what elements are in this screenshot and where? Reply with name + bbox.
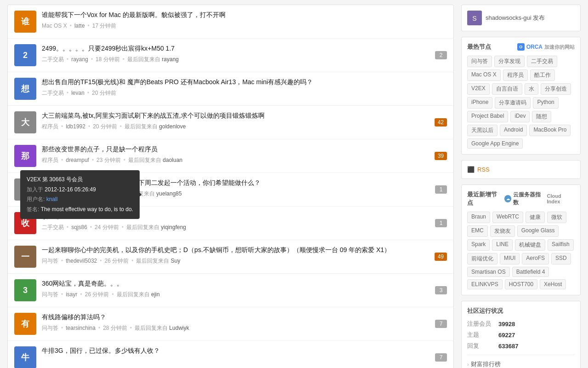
stat-topics: 主题 69227 [467,331,575,339]
hot-tag-pill[interactable]: 分享发现 [494,56,525,67]
hot-tag-pill[interactable]: 程序员 [503,69,528,81]
hot-tag-pill[interactable]: Google App Engine [467,138,523,149]
hot-tag-pill[interactable]: 分享创造 [541,83,571,95]
new-tag-pill[interactable]: Braun [467,212,490,223]
hot-tag-pill[interactable]: 天黑以后 [467,125,498,136]
post-avatar: 3 [14,279,36,301]
hot-nodes-title: 最热节点 [467,43,491,51]
rss-label: RSS [477,166,490,173]
post-title[interactable]: 360网站宝，真是奇葩。。。 [42,279,447,288]
hot-tag-pill[interactable]: Project Babel [467,111,508,122]
post-author[interactable]: thedevil5032 [66,258,97,264]
post-tag[interactable]: 问与答 [42,324,58,332]
new-tag-pill[interactable]: 机械键盘 [515,239,545,251]
hot-tag-pill[interactable]: 二手交易 [527,56,557,67]
post-title[interactable]: 大三前端菜鸟,被tx,阿里实习面试刷下来的战五渣,求个可以做的项目锻炼锻炼啊 [42,111,447,121]
rss-row[interactable]: ⬛ RSS [467,166,575,173]
post-last-reply: 最后回复来自 Suy [136,257,180,265]
post-tag[interactable]: 二手交易 [42,56,64,63]
post-author[interactable]: ldb1992 [66,123,85,130]
tooltip-username: 用户名: knall [27,195,133,205]
post-title[interactable]: 有线路偏移的算法吗？ [42,313,447,322]
hot-tag-pill[interactable]: V2EX [467,83,490,95]
hot-tag-pill[interactable]: iPhone [467,97,492,109]
post-title[interactable]: 牛排3G，国行，已过保。多少钱有人收？ [42,346,447,356]
post-tag[interactable]: 问与答 [42,291,58,299]
stat-members: 注册会员 39928 [467,320,575,328]
new-tag-pill[interactable]: LINE [492,239,513,251]
new-tag-pill[interactable]: ELINKVPS [467,279,503,289]
new-tag-pill[interactable]: 发烧友 [490,225,515,237]
post-reply-author[interactable]: ejin [151,291,160,298]
post-author[interactable]: levan [71,90,85,96]
new-tag-pill[interactable]: WebRTC [492,212,523,223]
post-title[interactable]: 2499。。。。。只要2499秒出宸得kx+M50 1.7 [42,44,447,53]
new-tag-pill[interactable]: Spark [467,239,490,251]
reply-count: 2 [435,51,447,59]
post-reply-author[interactable]: yuelang85 [156,190,181,197]
post-tag[interactable]: 二手交易 [42,224,64,231]
hot-tag-pill[interactable]: 分享邀请码 [495,97,531,109]
post-avatar: 一 [14,246,36,268]
new-tag-pill[interactable]: Battlefield 4 [512,267,549,277]
rss-box: ⬛ RSS [461,160,581,179]
orca-label[interactable]: ORCA [526,44,543,50]
post-item: 有 有线路偏移的算法吗？ 问与答•tearsinchina•28 分钟前•最后回… [8,307,453,341]
cloud-sub: Cloud Index [547,193,575,204]
post-author[interactable]: tearsinchina [66,325,96,331]
hot-tag-pill[interactable]: iDev [510,111,530,122]
post-reply-author[interactable]: goldenlove [159,123,186,130]
new-tag-pill[interactable]: EMC [467,225,488,237]
post-tag[interactable]: Mac OS X [42,23,67,29]
post-tag[interactable]: 问与答 [42,257,58,265]
post-item: 谁 谁能帮我下一个Vox for Mac 的最新版啊。貌似被强了，打不开啊 Ma… [8,5,453,39]
new-tag-pill[interactable]: Sailfish [548,239,574,251]
post-tag[interactable]: 程序员 [42,123,58,131]
hot-tag-pill[interactable]: MacBook Pro [529,125,571,136]
hot-tag-pill[interactable]: 随想 [532,111,551,122]
new-nodes-tags: BraunWebRTC健康微软EMC发烧友Google GlassSparkLI… [467,212,575,289]
hot-nodes-tags: 问与答分享发现二手交易Mac OS X程序员酷工作V2EX自言自语水分享创造iP… [467,56,575,149]
new-tag-pill[interactable]: 前端优化 [467,253,498,264]
hot-tag-pill[interactable]: 水 [525,83,538,95]
hot-tag-pill[interactable]: Mac OS X [467,69,501,81]
post-title[interactable]: 谁能帮我下一个Vox for Mac 的最新版啊。貌似被强了，打不开啊 [42,11,447,20]
hot-tag-pill[interactable]: Android [500,125,527,136]
post-tag[interactable]: 程序员 [42,156,58,164]
new-tag-pill[interactable]: 微软 [547,212,566,223]
tooltip-username-link[interactable]: knall [46,196,58,202]
post-content: 2499。。。。。只要2499秒出宸得kx+M50 1.7 二手交易•rayan… [42,44,447,63]
post-author[interactable]: rayang [71,56,88,63]
post-author[interactable]: sqjs86 [71,224,87,230]
new-tag-pill[interactable]: MIUI [500,253,520,264]
post-author[interactable]: latte [74,23,85,29]
reply-count: 39 [435,152,447,160]
new-tag-pill[interactable]: Google Glass [517,225,559,237]
new-tag-pill[interactable]: HOST700 [505,279,537,289]
post-reply-author[interactable]: rayang [162,56,179,63]
post-time: 20 分钟前 [92,89,116,97]
post-title[interactable]: 想出售自用的TF15(极光线)和 魔声的Beats PRO 还有Macbook … [42,78,447,87]
new-tag-pill[interactable]: SSD [551,253,571,264]
post-author[interactable]: dreampuf [66,157,89,163]
hot-tag-pill[interactable]: 酷工作 [530,69,555,81]
post-reply-author[interactable]: Ludwiyk [169,325,189,331]
post-last-reply: 最后回复来自 rayang [127,56,179,63]
post-content: 牛排3G，国行，已过保。多少钱有人收？ [42,346,447,358]
hot-tag-pill[interactable]: Python [533,97,558,109]
post-tag[interactable]: 二手交易 [42,89,64,97]
post-reply-author[interactable]: daoluan [163,157,182,163]
post-reply-author[interactable]: yiqingfeng [161,224,186,230]
post-title[interactable]: 一起来聊聊你心中的完美机，以及你的手机史吧；D（ps.不缺铜币，想听听大家的故事… [42,246,447,255]
new-tag-pill[interactable]: 健康 [526,212,545,223]
post-title[interactable]: 那些改变世界的点子，只是缺一个程序员 [42,145,447,154]
post-author[interactable]: isayr [66,291,77,298]
ranking-item[interactable]: › 财富排行榜 [467,359,575,368]
hot-tag-pill[interactable]: 问与答 [467,56,492,67]
hot-tag-pill[interactable]: 自言自语 [492,83,522,95]
new-tag-pill[interactable]: Smartisan OS [467,267,510,277]
new-tag-pill[interactable]: AeroFS [522,253,549,264]
community-title: 社区运行状况 [467,307,503,315]
new-tag-pill[interactable]: XeHost [540,279,566,289]
post-reply-author[interactable]: Suy [171,258,181,264]
